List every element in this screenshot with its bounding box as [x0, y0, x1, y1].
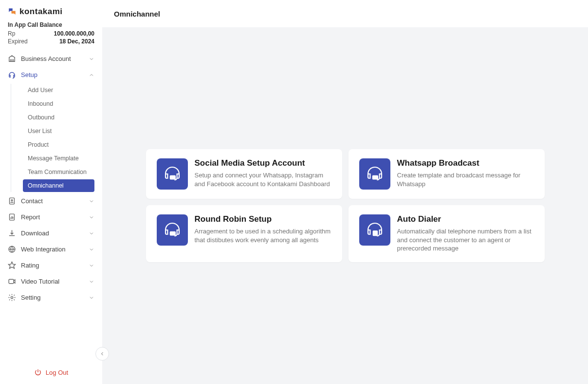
nav-label: Rating — [21, 262, 39, 269]
subnav-message-template[interactable]: Message Template — [23, 152, 94, 165]
globe-icon — [8, 245, 16, 253]
logout-label: Log Out — [46, 369, 68, 376]
card-title: Social Media Setup Account — [195, 158, 331, 168]
balance-row-expiry: Expired 18 Dec, 2024 — [8, 38, 94, 45]
chevron-down-icon — [89, 279, 94, 285]
chevron-down-icon — [89, 198, 94, 204]
power-icon — [34, 368, 42, 376]
subnav-user-list[interactable]: User List — [23, 125, 94, 137]
chevron-down-icon — [89, 247, 94, 252]
card-round-robin-setup[interactable]: Round Robin Setup Arragement to be used … — [146, 205, 342, 262]
subnav-product[interactable]: Product — [23, 138, 94, 151]
topbar: Omnichannel — [102, 0, 588, 27]
svg-point-28 — [376, 234, 377, 235]
svg-point-16 — [171, 233, 172, 234]
svg-point-8 — [171, 177, 172, 178]
logo-icon — [8, 7, 17, 16]
sidebar-collapse-button[interactable] — [95, 347, 109, 361]
main-area: Omnichannel Social Media Setup Account S… — [102, 0, 588, 384]
contact-icon — [8, 197, 16, 205]
card-title: Auto Dialer — [397, 214, 534, 224]
headset-icon — [8, 71, 16, 79]
svg-point-17 — [172, 233, 173, 234]
card-body: Round Robin Setup Arragement to be used … — [195, 214, 331, 244]
nav-label: Setting — [21, 294, 40, 301]
card-description: Automatically dial telephone numbers fro… — [397, 227, 534, 253]
subnav-team-communication[interactable]: Team Communication — [23, 166, 94, 178]
card-body: Whatsapp Broadcast Create template and b… — [397, 158, 534, 188]
svg-point-9 — [172, 177, 173, 178]
chevron-down-icon — [89, 295, 94, 301]
svg-rect-5 — [9, 279, 14, 284]
logout-button[interactable]: Log Out — [0, 361, 102, 384]
svg-point-25 — [376, 233, 377, 234]
card-body: Social Media Setup Account Setup and con… — [195, 158, 331, 188]
sidebar: kontakami In App Call Balance Rp 100.000… — [0, 0, 102, 384]
svg-point-1 — [11, 200, 13, 201]
nav-setup[interactable]: Setup — [4, 67, 98, 83]
chevron-left-icon — [99, 351, 105, 357]
chevron-down-icon — [89, 56, 94, 62]
svg-point-18 — [173, 233, 174, 234]
gear-icon — [8, 293, 16, 302]
subnav-inbound[interactable]: Inboound — [23, 97, 94, 110]
nav-report[interactable]: Report — [4, 209, 98, 225]
card-body: Auto Dialer Automatically dial telephone… — [397, 214, 534, 253]
svg-point-14 — [376, 177, 377, 178]
chevron-up-icon — [89, 72, 94, 78]
brand-logo[interactable]: kontakami — [8, 7, 94, 17]
download-icon — [8, 229, 16, 237]
nav-label: Setup — [21, 71, 37, 78]
svg-point-10 — [173, 177, 174, 178]
headset-chat-icon — [157, 214, 188, 246]
headset-chat-icon — [359, 158, 390, 190]
nav-label: Report — [21, 213, 40, 221]
nav-web-integration[interactable]: Web Integration — [4, 241, 98, 257]
nav-download[interactable]: Download — [4, 225, 98, 241]
svg-point-6 — [11, 296, 13, 298]
star-icon — [8, 261, 16, 269]
card-title: Round Robin Setup — [195, 214, 331, 224]
nav-setting[interactable]: Setting — [4, 289, 98, 306]
logo-block: kontakami — [0, 0, 102, 21]
svg-point-13 — [375, 177, 376, 178]
svg-point-12 — [373, 177, 374, 178]
card-social-media-setup[interactable]: Social Media Setup Account Setup and con… — [146, 149, 342, 199]
balance-title: In App Call Balance — [8, 21, 94, 28]
balance-row-amount: Rp 100.000.000,00 — [8, 30, 94, 37]
card-description: Setup and connect your Whatsapp, Instagr… — [195, 171, 331, 188]
nav-rating[interactable]: Rating — [4, 257, 98, 273]
nav-business-account[interactable]: Business Account — [4, 51, 98, 67]
subnav-outbound[interactable]: Outbound — [23, 111, 94, 124]
balance-amount: 100.000.000,00 — [54, 30, 94, 37]
page-title: Omnichannel — [114, 10, 160, 18]
subnav-add-user[interactable]: Add User — [23, 84, 94, 96]
cards-grid: Social Media Setup Account Setup and con… — [146, 149, 545, 262]
headset-dialer-icon — [359, 214, 390, 246]
svg-marker-4 — [8, 262, 15, 268]
nav-label: Download — [21, 230, 49, 237]
svg-point-22 — [376, 231, 377, 232]
report-icon — [8, 213, 16, 221]
nav-label: Video Tutorial — [21, 278, 59, 285]
card-auto-dialer[interactable]: Auto Dialer Automatically dial telephone… — [349, 205, 545, 262]
balance-currency-label: Rp — [8, 30, 15, 37]
card-description: Create template and broadcast message fo… — [397, 171, 534, 188]
content-area: Social Media Setup Account Setup and con… — [102, 27, 588, 384]
chevron-down-icon — [89, 214, 94, 220]
card-description: Arragement to be used in a scheduling al… — [195, 227, 331, 244]
nav-label: Business Account — [21, 55, 71, 62]
nav-label: Web Integration — [21, 246, 66, 253]
nav-video-tutorial[interactable]: Video Tutorial — [4, 273, 98, 289]
card-title: Whatsapp Broadcast — [397, 158, 534, 168]
chevron-down-icon — [89, 230, 94, 236]
brand-text: kontakami — [19, 7, 63, 17]
card-whatsapp-broadcast[interactable]: Whatsapp Broadcast Create template and b… — [349, 149, 545, 199]
balance-panel: In App Call Balance Rp 100.000.000,00 Ex… — [0, 21, 102, 51]
nav-setup-children: Add User Inboound Outbound User List Pro… — [11, 84, 98, 192]
balance-expired-label: Expired — [8, 38, 28, 45]
sidebar-nav: Business Account Setup Add User Inboound… — [0, 51, 102, 361]
chevron-down-icon — [89, 263, 94, 269]
subnav-omnichannel[interactable]: Omnichannel — [23, 179, 94, 192]
nav-contact[interactable]: Contact — [4, 193, 98, 209]
